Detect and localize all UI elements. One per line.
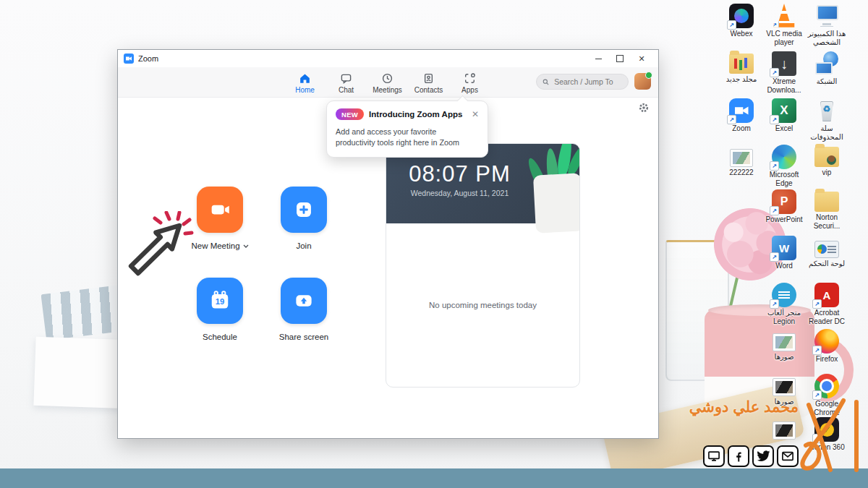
video-camera-icon [208, 197, 232, 222]
join-label[interactable]: Join [260, 241, 347, 250]
firefox-icon [814, 329, 839, 354]
desktop-icon-webex[interactable]: Webex [720, 4, 762, 38]
settings-gear-icon[interactable] [638, 102, 650, 116]
photo-1-icon [773, 333, 796, 351]
desktop-icon-legion-games[interactable]: متجر ألعاب Legion [763, 283, 805, 325]
this-pc-icon [814, 4, 839, 28]
desktop-icon-control-panel[interactable]: لوحة التحكم [806, 236, 848, 268]
desktop-icon-label: سلة المحذوفات [806, 124, 848, 141]
desktop-icon-image-222222[interactable]: 222222 [720, 145, 762, 177]
watermark-name: محمد علي دوشي [689, 398, 799, 416]
facebook-icon[interactable] [728, 445, 749, 467]
new-meeting-label[interactable]: New Meeting [176, 241, 263, 250]
svg-text:19: 19 [216, 297, 225, 306]
desktop-icon-word[interactable]: Word [763, 236, 805, 270]
control-panel-icon [814, 241, 839, 258]
word-icon [772, 236, 796, 260]
zoom-apps-popup: NEW Introducing Zoom Apps ✕ Add and acce… [326, 100, 488, 158]
desktop-icon-label: Webex [731, 30, 753, 38]
photo-2-icon [773, 378, 796, 396]
maximize-button[interactable] [609, 51, 631, 67]
tab-chat[interactable]: Chat [326, 70, 367, 94]
webex-icon [729, 4, 754, 28]
zoom-app-icon [124, 53, 134, 64]
search-box[interactable] [536, 74, 629, 90]
email-icon[interactable] [777, 445, 799, 467]
desktop-icon-label: Norton Securi... [806, 213, 848, 230]
acrobat-reader-icon [814, 283, 839, 307]
recycle-bin-icon [814, 98, 839, 123]
twitter-icon[interactable] [752, 445, 774, 467]
desktop-icon-vip[interactable]: vip [806, 145, 848, 177]
schedule-label[interactable]: Schedule [176, 333, 263, 341]
desktop-icon-powerpoint[interactable]: PowerPoint [763, 189, 805, 224]
chevron-down-icon [243, 244, 249, 248]
desktop-icon-new-folder[interactable]: مجلد جديد [720, 51, 762, 84]
new-meeting-button[interactable] [197, 187, 243, 233]
desktop-icon-label: 222222 [729, 168, 753, 177]
search-icon [542, 78, 549, 86]
tab-home[interactable]: Home [284, 70, 326, 94]
desktop-icon-network[interactable]: الشبكة [806, 51, 848, 86]
xtreme-download-icon [772, 51, 796, 76]
desktop-icon-label: Xtreme Downloa... [763, 77, 805, 94]
title-bar: Zoom ✕ [118, 50, 658, 67]
share-screen-button[interactable] [281, 278, 327, 324]
tab-contacts[interactable]: Contacts [408, 70, 449, 94]
legion-games-icon [772, 283, 796, 307]
tab-apps[interactable]: Apps [449, 70, 490, 94]
share-screen-label[interactable]: Share screen [260, 333, 347, 341]
desktop: WebexVLC media playerهذا الكمبيوتر الشخص… [0, 0, 868, 488]
tab-label: Apps [461, 86, 478, 94]
join-button[interactable] [281, 187, 327, 233]
share-screen-icon [292, 288, 316, 313]
desktop-icon-label: متجر ألعاب Legion [763, 309, 805, 325]
popup-close-icon[interactable]: ✕ [472, 109, 479, 119]
chat-icon [339, 72, 353, 85]
network-icon [814, 51, 839, 76]
search-input[interactable] [553, 77, 622, 87]
monitor-icon[interactable] [703, 445, 725, 467]
clock-icon [380, 72, 394, 85]
desktop-icon-vlc[interactable]: VLC media player [763, 4, 805, 46]
desktop-icon-acrobat-reader[interactable]: Acrobat Reader DC [806, 283, 848, 325]
shortcut-arrow-icon [770, 299, 779, 309]
zoom-window: Zoom ✕ Home Chat Meetings [117, 49, 659, 439]
apps-icon [463, 72, 477, 85]
desktop-icon-photo-1[interactable]: صورها [763, 329, 805, 361]
desktop-icon-firefox[interactable]: Firefox [806, 329, 848, 364]
tab-meetings[interactable]: Meetings [367, 70, 408, 94]
no-meetings-text: No upcoming meetings today [429, 301, 537, 309]
contact-card-icon [422, 72, 435, 85]
profile-avatar[interactable] [634, 73, 651, 90]
excel-icon [772, 98, 796, 123]
minimize-button[interactable] [587, 51, 609, 67]
powerpoint-icon [772, 189, 796, 214]
desktop-icon-label: PowerPoint [765, 215, 802, 224]
shortcut-arrow-icon [770, 161, 779, 171]
shortcut-arrow-icon [727, 20, 736, 30]
desktop-icon-excel[interactable]: Excel [763, 98, 805, 133]
vlc-icon [772, 4, 796, 28]
desktop-icon-label: Acrobat Reader DC [806, 309, 848, 325]
desktop-icon-label: هذا الكمبيوتر الشخصي [806, 30, 848, 46]
shortcut-arrow-icon [770, 252, 779, 262]
shortcut-arrow-icon [727, 115, 736, 124]
desktop-icon-xtreme-download[interactable]: Xtreme Downloa... [763, 51, 805, 94]
desktop-icon-label: Excel [775, 124, 793, 133]
desktop-icon-recycle-bin[interactable]: سلة المحذوفات [806, 98, 848, 141]
image-222222-icon [730, 149, 753, 167]
desktop-icon-microsoft-edge[interactable]: Microsoft Edge [763, 145, 805, 187]
plus-icon [292, 197, 316, 222]
close-button[interactable]: ✕ [631, 51, 652, 67]
desktop-icon-this-pc[interactable]: هذا الكمبيوتر الشخصي [806, 4, 848, 46]
shortcut-arrow-icon [812, 299, 822, 309]
schedule-button[interactable]: 19 [197, 278, 243, 324]
desktop-icon-label: الشبكة [817, 77, 838, 86]
tab-label: Chat [339, 86, 354, 94]
zoom-icon [729, 98, 754, 123]
desktop-icon-zoom[interactable]: Zoom [720, 98, 762, 133]
nav-bar: Home Chat Meetings Contacts Apps [118, 67, 658, 98]
desktop-icon-norton-security[interactable]: Norton Securi... [806, 189, 848, 230]
plant-pot [533, 173, 580, 233]
